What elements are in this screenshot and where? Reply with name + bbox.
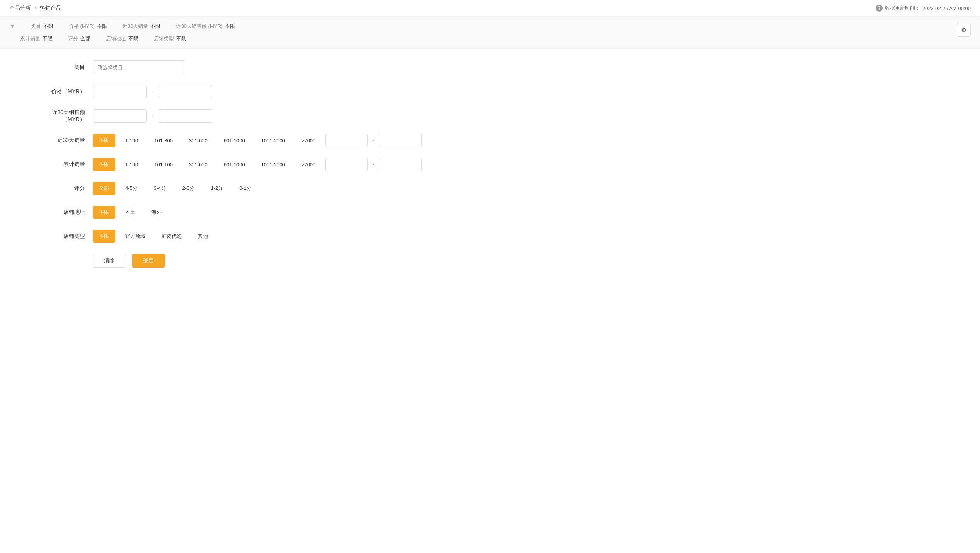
rating-4-5-btn[interactable]: 4-5分 bbox=[119, 182, 144, 195]
category-label: 类目 bbox=[31, 64, 93, 71]
sales30-count-301-600-btn[interactable]: 301-600 bbox=[183, 134, 214, 147]
price-label: 价格（MYR） bbox=[31, 88, 93, 95]
summary-total-sales: 累计销量 不限 bbox=[20, 35, 53, 42]
rating-2-3-btn[interactable]: 2-3分 bbox=[176, 182, 201, 195]
total-sales-301-600-btn[interactable]: 301-600 bbox=[183, 158, 214, 171]
filter-summary-row1: ▼ 类目 不限 价格 (MYR) 不限 近30天销量 不限 近30天销售额 (M… bbox=[9, 23, 957, 30]
rating-3-4-btn[interactable]: 3-4分 bbox=[148, 182, 172, 195]
sales30-count-1-100-btn[interactable]: 1-100 bbox=[119, 134, 144, 147]
sales30-count-dash: - bbox=[372, 137, 375, 143]
sales30-count-gt2000-btn[interactable]: >2000 bbox=[295, 134, 322, 147]
store-type-preferred-btn[interactable]: 虾皮优选 bbox=[155, 230, 188, 243]
sales30-count-601-1000-btn[interactable]: 601-1000 bbox=[218, 134, 251, 147]
sales30-count-control: 不限 1-100 101-300 301-600 601-1000 1001-2… bbox=[93, 134, 949, 147]
total-sales-custom-max[interactable] bbox=[379, 158, 422, 171]
filter-icon: ▼ bbox=[9, 23, 15, 30]
breadcrumb-parent[interactable]: 产品分析 bbox=[9, 5, 31, 12]
store-type-label: 店铺类型 bbox=[31, 233, 93, 240]
confirm-button[interactable]: 确定 bbox=[132, 254, 165, 268]
summary-sales30-amount: 近30天销售额 (MYR) 不限 bbox=[176, 23, 235, 30]
action-row: 清除 确定 bbox=[31, 254, 949, 268]
sales30-count-label: 近30天销量 bbox=[31, 137, 93, 144]
price-control: - bbox=[93, 85, 949, 98]
total-sales-101-100-btn[interactable]: 101-100 bbox=[148, 158, 179, 171]
sales30-amount-label: 近30天销售额（MYR） bbox=[31, 109, 93, 123]
rating-all-btn[interactable]: 全部 bbox=[93, 182, 115, 195]
price-row: 价格（MYR） - bbox=[31, 85, 949, 98]
settings-button[interactable]: ⚙ bbox=[957, 23, 971, 37]
total-sales-control: 不限 1-100 101-100 301-600 601-1000 1001-2… bbox=[93, 158, 949, 171]
total-sales-1001-2000-btn[interactable]: 1001-2000 bbox=[255, 158, 291, 171]
sales30-count-1001-2000-btn[interactable]: 1001-2000 bbox=[255, 134, 291, 147]
breadcrumb: 产品分析 > 热销产品 bbox=[9, 5, 61, 12]
total-sales-1-100-btn[interactable]: 1-100 bbox=[119, 158, 144, 171]
sales30-count-custom-max[interactable] bbox=[379, 134, 422, 147]
store-location-row: 店铺地址 不限 本土 海外 bbox=[31, 206, 949, 219]
summary-store-location: 店铺地址 不限 bbox=[106, 35, 138, 42]
store-type-row: 店铺类型 不限 官方商城 虾皮优选 其他 bbox=[31, 230, 949, 243]
store-type-other-btn[interactable]: 其他 bbox=[192, 230, 214, 243]
rating-0-1-btn[interactable]: 0-1分 bbox=[233, 182, 258, 195]
summary-category: 类目 不限 bbox=[31, 23, 53, 30]
total-sales-dash: - bbox=[372, 161, 375, 167]
total-sales-unlimited-btn[interactable]: 不限 bbox=[93, 158, 115, 171]
sales30-count-custom-min[interactable] bbox=[325, 134, 368, 147]
category-row: 类目 bbox=[31, 60, 949, 74]
store-location-control: 不限 本土 海外 bbox=[93, 206, 949, 219]
filter-panel: 类目 价格（MYR） - 近30天销售额（MYR） - 近30天销量 不限 1-… bbox=[0, 49, 980, 279]
breadcrumb-current: 热销产品 bbox=[40, 5, 61, 12]
store-location-unlimited-btn[interactable]: 不限 bbox=[93, 206, 115, 219]
data-update-label: 数据更新时间： bbox=[885, 5, 920, 12]
sales30-amount-max-input[interactable] bbox=[158, 109, 212, 123]
summary-rating: 评分 全部 bbox=[68, 35, 90, 42]
summary-store-type: 店铺类型 不限 bbox=[154, 35, 186, 42]
clear-button[interactable]: 清除 bbox=[93, 254, 126, 268]
rating-row: 评分 全部 4-5分 3-4分 2-3分 1-2分 0-1分 bbox=[31, 182, 949, 195]
total-sales-label: 累计销量 bbox=[31, 161, 93, 168]
top-bar: 产品分析 > 热销产品 ? 数据更新时间： 2022-02-25 AM 00:0… bbox=[0, 0, 980, 17]
filter-summary: ▼ 类目 不限 价格 (MYR) 不限 近30天销量 不限 近30天销售额 (M… bbox=[0, 17, 980, 49]
data-update-info: ? 数据更新时间： 2022-02-25 AM 00:00 bbox=[876, 5, 971, 12]
sales30-amount-min-input[interactable] bbox=[93, 109, 147, 123]
data-update-time: 2022-02-25 AM 00:00 bbox=[922, 5, 971, 11]
total-sales-row: 累计销量 不限 1-100 101-100 301-600 601-1000 1… bbox=[31, 158, 949, 171]
store-type-unlimited-btn[interactable]: 不限 bbox=[93, 230, 115, 243]
store-location-local-btn[interactable]: 本土 bbox=[119, 206, 141, 219]
sales30-count-unlimited-btn[interactable]: 不限 bbox=[93, 134, 115, 147]
category-input[interactable] bbox=[93, 60, 185, 74]
sales30-amount-control: - bbox=[93, 109, 949, 123]
summary-sales30-count: 近30天销量 不限 bbox=[122, 23, 160, 30]
filter-summary-row2: 累计销量 不限 评分 全部 店铺地址 不限 店铺类型 不限 bbox=[9, 35, 957, 42]
store-type-control: 不限 官方商城 虾皮优选 其他 bbox=[93, 230, 949, 243]
breadcrumb-separator: > bbox=[34, 5, 37, 11]
store-type-official-btn[interactable]: 官方商城 bbox=[119, 230, 151, 243]
rating-label: 评分 bbox=[31, 185, 93, 192]
category-control bbox=[93, 60, 949, 74]
help-icon[interactable]: ? bbox=[876, 5, 883, 12]
sales30-count-row: 近30天销量 不限 1-100 101-300 301-600 601-1000… bbox=[31, 134, 949, 147]
price-min-input[interactable] bbox=[93, 85, 147, 98]
total-sales-gt2000-btn[interactable]: >2000 bbox=[295, 158, 322, 171]
price-max-input[interactable] bbox=[158, 85, 212, 98]
sales30-amount-dash: - bbox=[151, 113, 154, 119]
store-location-label: 店铺地址 bbox=[31, 209, 93, 216]
price-dash: - bbox=[151, 89, 154, 95]
sales30-count-101-300-btn[interactable]: 101-300 bbox=[148, 134, 179, 147]
rating-control: 全部 4-5分 3-4分 2-3分 1-2分 0-1分 bbox=[93, 182, 949, 195]
total-sales-custom-min[interactable] bbox=[325, 158, 368, 171]
total-sales-601-1000-btn[interactable]: 601-1000 bbox=[218, 158, 251, 171]
store-location-overseas-btn[interactable]: 海外 bbox=[145, 206, 168, 219]
summary-price: 价格 (MYR) 不限 bbox=[69, 23, 107, 30]
rating-1-2-btn[interactable]: 1-2分 bbox=[204, 182, 229, 195]
sales30-amount-row: 近30天销售额（MYR） - bbox=[31, 109, 949, 123]
